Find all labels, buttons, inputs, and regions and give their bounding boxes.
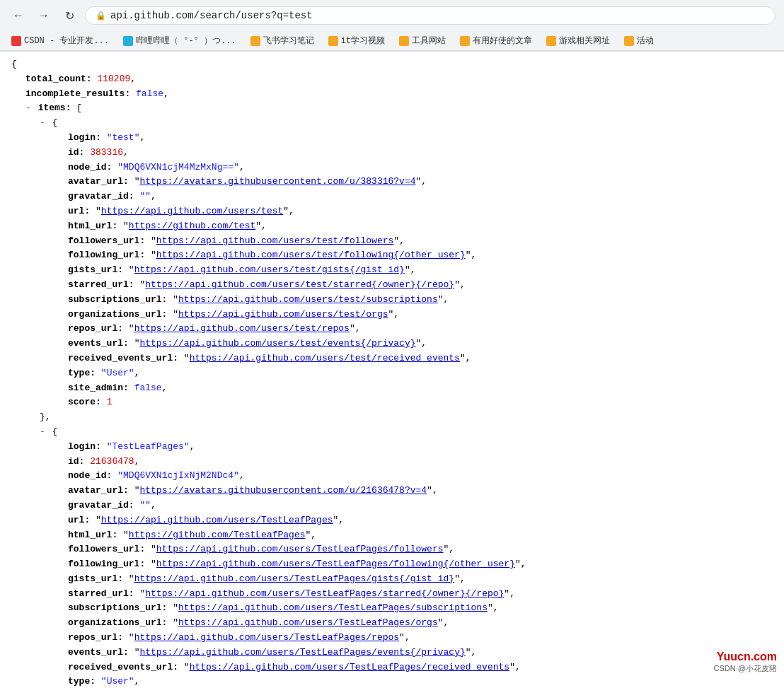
total-count-key: total_count: (25, 74, 92, 84)
forward-button[interactable]: → (34, 6, 54, 25)
address-text: api.github.com/search/users?q=test (110, 10, 313, 21)
bookmark-item[interactable]: 活动 (618, 33, 659, 49)
item1-gravatar-id: gravatar_id: "", (68, 190, 773, 204)
item2-avatar-url: avatar_url: "https://avatars.githubuserc… (68, 484, 773, 498)
bookmark-item[interactable]: CSDN - 专业开发... (6, 33, 115, 49)
item1-gists-link[interactable]: https://api.github.com/users/test/gists{… (134, 264, 405, 275)
item1-starred-url: starred_url: "https://api.github.com/use… (68, 278, 773, 293)
item2-open: - { (40, 425, 773, 440)
incomplete-results-line: incomplete_results: false, (25, 87, 773, 102)
item2-html-link[interactable]: https://github.com/TestLeafPages (129, 530, 306, 540)
total-count-line: total_count: 110209, (25, 72, 773, 87)
item2-url-link[interactable]: https://api.github.com/users/TestLeafPag… (101, 515, 333, 525)
bookmark-item[interactable]: 哔哩哔哩（ °-° ）つ... (117, 33, 242, 49)
item1-close: }, (40, 410, 773, 425)
item1-repos-link[interactable]: https://api.github.com/users/test/repos (134, 323, 350, 334)
item1-type: type: "User", (68, 366, 773, 381)
items-collapse[interactable]: - (25, 103, 31, 113)
item1-collapse[interactable]: - (40, 117, 45, 128)
bookmark-label: 活动 (637, 35, 654, 47)
bookmark-label: 哔哩哔哩（ °-° ）つ... (136, 35, 236, 47)
item1-received-events-url: received_events_url: "https://api.github… (68, 351, 773, 366)
item2-html-url: html_url: "https://github.com/TestLeafPa… (68, 528, 773, 543)
item2-events-url: events_url: "https://api.github.com/user… (68, 646, 773, 660)
bookmark-icon (11, 36, 21, 46)
item1-id: id: 383316, (68, 146, 773, 161)
item1-followers-link[interactable]: https://api.github.com/users/test/follow… (156, 235, 393, 246)
item1-subscriptions-link[interactable]: https://api.github.com/users/test/subscr… (178, 294, 438, 305)
item2-subscriptions-url: subscriptions_url: "https://api.github.c… (68, 601, 773, 616)
item2-login: login: "TestLeafPages", (68, 440, 773, 455)
item2-orgs-url: organizations_url: "https://api.github.c… (68, 616, 773, 631)
item2-repos-url: repos_url: "https://api.github.com/users… (68, 631, 773, 646)
item1-avatar-url: avatar_url: "https://avatars.githubuserc… (68, 175, 773, 190)
item2-node-id: node_id: "MDQ6VXN1cjIxNjM2NDc4", (68, 469, 773, 484)
item1-open: - { (40, 116, 773, 131)
open-brace: { (11, 57, 773, 72)
watermark: Yuucn.com CSDN @小花皮猪 (714, 651, 777, 674)
item1-html-link[interactable]: https://github.com/test (129, 221, 255, 231)
item2-subscriptions-link[interactable]: https://api.github.com/users/TestLeafPag… (178, 602, 488, 613)
item2-avatar-link[interactable]: https://avatars.githubusercontent.com/u/… (139, 485, 427, 496)
bookmark-icon (460, 36, 470, 46)
watermark-main: Yuucn.com (714, 651, 777, 663)
item2-followers-link[interactable]: https://api.github.com/users/TestLeafPag… (156, 544, 444, 554)
item2-gists-link[interactable]: https://api.github.com/users/TestLeafPag… (134, 573, 454, 584)
address-bar[interactable]: 🔒 api.github.com/search/users?q=test (85, 6, 776, 25)
item2-following-url: following_url: "https://api.github.com/u… (68, 557, 773, 572)
back-button[interactable]: ← (8, 6, 28, 25)
bookmark-item[interactable]: 有用好使的文章 (454, 33, 538, 49)
item2-received-events-url: received_events_url: "https://api.github… (68, 660, 773, 675)
item1-repos-url: repos_url: "https://api.github.com/users… (68, 322, 773, 337)
bookmark-label: CSDN - 专业开发... (24, 35, 109, 47)
total-count-val: 110209 (97, 74, 130, 84)
items-line: - items: [ (25, 101, 773, 116)
item1-received-events-link[interactable]: https://api.github.com/users/test/receiv… (190, 353, 460, 363)
items-key: items: (38, 103, 71, 113)
item2-url: url: "https://api.github.com/users/TestL… (68, 513, 773, 528)
bookmark-icon (328, 36, 338, 46)
watermark-sub: CSDN @小花皮猪 (714, 663, 777, 674)
item2-received-events-link[interactable]: https://api.github.com/users/TestLeafPag… (190, 662, 509, 672)
item1-following-link[interactable]: https://api.github.com/users/test/follow… (156, 250, 466, 260)
bookmark-item[interactable]: 游戏相关网址 (541, 33, 616, 49)
item2-followers-url: followers_url: "https://api.github.com/u… (68, 542, 773, 557)
item1-url-link[interactable]: https://api.github.com/users/test (101, 206, 283, 216)
item1-events-url: events_url: "https://api.github.com/user… (68, 337, 773, 351)
bookmark-label: 游戏相关网址 (559, 35, 610, 47)
item1-events-link[interactable]: https://api.github.com/users/test/events… (139, 338, 415, 349)
item1-orgs-link[interactable]: https://api.github.com/users/test/orgs (178, 309, 388, 320)
bookmark-icon (123, 36, 133, 46)
item1-avatar-link[interactable]: https://avatars.githubusercontent.com/u/… (139, 176, 415, 187)
item1-site-admin: site_admin: false, (68, 381, 773, 396)
item2-collapse[interactable]: - (40, 426, 45, 437)
item2-following-link[interactable]: https://api.github.com/users/TestLeafPag… (156, 559, 515, 569)
bookmark-item[interactable]: 工具网站 (393, 33, 451, 49)
item2-events-link[interactable]: https://api.github.com/users/TestLeafPag… (139, 647, 465, 658)
item1-html-url: html_url: "https://github.com/test", (68, 219, 773, 234)
bookmark-item[interactable]: it学习视频 (323, 33, 391, 49)
bookmark-item[interactable]: 飞书学习笔记 (245, 33, 320, 49)
bookmark-icon (546, 36, 556, 46)
bookmark-icon (399, 36, 409, 46)
bookmark-label: it学习视频 (341, 35, 385, 47)
item2-gravatar-id: gravatar_id: "", (68, 498, 773, 513)
item2-type: type: "User", (68, 675, 773, 688)
bookmarks-bar: CSDN - 专业开发...哔哩哔哩（ °-° ）つ...飞书学习笔记it学习视… (0, 31, 784, 51)
item1-followers-url: followers_url: "https://api.github.com/u… (68, 234, 773, 249)
item2-orgs-link[interactable]: https://api.github.com/users/TestLeafPag… (178, 617, 438, 628)
item1-following-url: following_url: "https://api.github.com/u… (68, 248, 773, 263)
browser-chrome: ← → ↻ 🔒 api.github.com/search/users?q=te… (0, 0, 784, 52)
json-content: { total_count: 110209, incomplete_result… (0, 52, 784, 688)
item2-starred-link[interactable]: https://api.github.com/users/TestLeafPag… (145, 588, 504, 599)
incomplete-results-key: incomplete_results: (25, 88, 130, 99)
item1-starred-link[interactable]: https://api.github.com/users/test/starre… (145, 279, 454, 290)
nav-bar: ← → ↻ 🔒 api.github.com/search/users?q=te… (0, 0, 784, 31)
item1-url: url: "https://api.github.com/users/test"… (68, 204, 773, 219)
bookmark-label: 飞书学习笔记 (263, 35, 314, 47)
item2-starred-url: starred_url: "https://api.github.com/use… (68, 587, 773, 602)
item1-gists-url: gists_url: "https://api.github.com/users… (68, 263, 773, 278)
lock-icon: 🔒 (96, 11, 106, 21)
reload-button[interactable]: ↻ (59, 6, 79, 25)
item2-repos-link[interactable]: https://api.github.com/users/TestLeafPag… (134, 632, 399, 643)
